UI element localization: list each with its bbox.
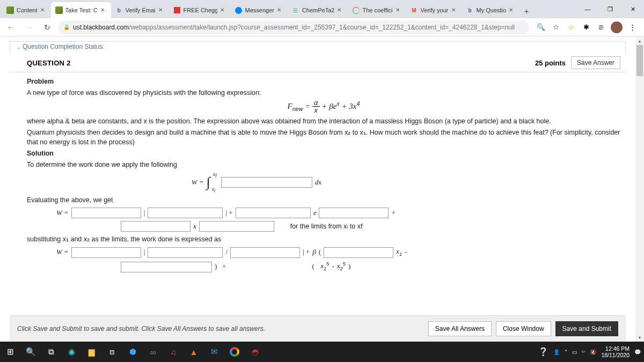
save-all-button[interactable]: Save All Answers [428, 321, 492, 336]
close-icon[interactable]: ✕ [100, 7, 107, 13]
tab-chempeta[interactable]: ☰ChemPeTa2✕ [288, 2, 348, 18]
subst-line-1: W = | / | + β( x1 - [27, 247, 620, 258]
term3-input[interactable] [236, 208, 311, 218]
minimize-button[interactable]: — [576, 0, 599, 18]
back-button[interactable]: ← [3, 20, 18, 35]
system-tray: ❔ 👤 ˄ ▭ ⌔ 🔇 12:46 PM 18/11/2020 💬 [538, 345, 644, 358]
page-content: ⌄Question Completion Status: QUESTION 2 … [0, 36, 635, 342]
tab-chegg[interactable]: FREE Chegg✕ [169, 2, 231, 18]
zoom-icon[interactable]: 🔍 [536, 22, 546, 33]
scrollbar[interactable]: ▴ ▾ [635, 36, 644, 342]
tab-coeffic[interactable]: The coeffici✕ [348, 2, 406, 18]
loop-icon[interactable]: ∞ [143, 342, 163, 362]
battery-icon[interactable]: ▭ [572, 349, 577, 355]
start-button[interactable]: ⊞ [0, 342, 20, 362]
subst-line-2: ) + ( x15 - x25 ) [27, 261, 620, 272]
lock-icon: 🔒 [63, 24, 70, 30]
browser-tab-bar: Content✕ Take Test: C✕ bVerify Emai✕ FRE… [0, 0, 644, 18]
close-icon[interactable]: ✕ [337, 7, 343, 13]
tab-content[interactable]: Content✕ [2, 2, 51, 18]
tab-take-test[interactable]: Take Test: C✕ [51, 2, 111, 18]
close-window-button2[interactable]: Close Window [496, 321, 551, 336]
address-bar-row: ← → ↻ 🔒 ust.blackboard.com/webapps/asses… [0, 18, 644, 36]
mail-icon[interactable]: ✉ [204, 342, 224, 362]
notifications-icon[interactable]: 💬 [634, 349, 641, 355]
tab-verify-your[interactable]: MVerify your✕ [406, 2, 462, 18]
close-icon[interactable]: ✕ [396, 7, 402, 13]
extension-icon[interactable]: ☺ [566, 22, 576, 33]
sub3-input[interactable] [230, 247, 300, 258]
star-icon[interactable]: ☆ [551, 22, 561, 33]
sub2-input[interactable] [148, 247, 223, 258]
store-icon[interactable]: ⬢ [122, 342, 143, 362]
completion-status[interactable]: ⌄Question Completion Status: [10, 41, 626, 54]
close-icon[interactable]: ✕ [158, 7, 165, 13]
integral-line: W = ∫xfxi dx [0, 172, 620, 193]
puzzle-icon[interactable]: ✱ [581, 22, 591, 33]
tab-verify-email[interactable]: bVerify Emai✕ [111, 2, 169, 18]
volume-icon[interactable]: 🔇 [590, 349, 596, 355]
close-icon[interactable]: ✕ [451, 7, 458, 13]
term5-input[interactable] [121, 221, 191, 232]
save-answer-button[interactable]: Save Answer [571, 56, 620, 69]
taskbar: ⊞ 🔍 ⧉ ◉ ▆ ⧈ ⬢ ∞ ♫ ▲ ✉ ◓ ❔ 👤 ˄ ▭ ⌔ 🔇 12:4… [0, 342, 644, 362]
profile-icon[interactable] [611, 21, 623, 33]
task-view-icon[interactable]: ⧉ [41, 342, 61, 362]
close-icon[interactable]: ✕ [277, 7, 283, 13]
limits-text: for the limits from xᵢ to xf [290, 221, 363, 231]
integrand-input[interactable] [221, 177, 312, 188]
forward-button[interactable]: → [21, 20, 36, 35]
app-icon[interactable]: ◓ [245, 342, 265, 362]
close-icon[interactable]: ✕ [220, 7, 226, 13]
force-equation: Fnew = αx + βex + 3x4 [27, 99, 620, 114]
eval-line-1: W = | | + e + [27, 208, 620, 218]
cortana-icon[interactable]: ◉ [61, 342, 82, 362]
eval-text: Evaluating the above, we get [27, 195, 620, 205]
problem-intro: A new type of force was discovered by ph… [27, 88, 620, 98]
problem-body: Problem A new type of force was discover… [10, 72, 626, 280]
vlc-icon[interactable]: ▲ [184, 342, 204, 362]
assessment-footer: Click Save and Submit to save and submit… [10, 315, 626, 342]
apply-text: To determine the work done we apply the … [27, 160, 620, 169]
reload-button[interactable]: ↻ [40, 20, 55, 35]
chrome-icon[interactable] [224, 342, 245, 362]
dropbox-icon[interactable]: ⧈ [102, 342, 122, 362]
cast-icon[interactable]: ⎚ [596, 22, 606, 33]
wifi-icon[interactable]: ⌔ [582, 349, 585, 355]
where-text: where alpha & beta are constants, and x … [27, 116, 620, 126]
eval-line-2: x for the limits from xᵢ to xf [27, 221, 620, 232]
tray-chevron-icon[interactable]: ˄ [565, 349, 567, 355]
help-icon[interactable]: ❔ [538, 347, 548, 357]
address-bar[interactable]: 🔒 ust.blackboard.com/webapps/assessment/… [58, 20, 529, 34]
question-header: QUESTION 2 25 points Save Answer [10, 54, 626, 72]
people-icon[interactable]: 👤 [553, 349, 560, 355]
term4-input[interactable] [319, 208, 389, 218]
chevron-down-icon: ⌄ [17, 45, 21, 50]
new-tab-button[interactable]: + [519, 4, 533, 18]
sub5-input[interactable] [121, 262, 212, 272]
restore-button[interactable]: ❐ [599, 0, 621, 18]
close-icon[interactable]: ✕ [509, 7, 515, 13]
save-submit-button[interactable]: Save and Submit [555, 321, 618, 336]
clock[interactable]: 12:46 PM 18/11/2020 [601, 345, 630, 358]
sub1-input[interactable] [71, 247, 141, 258]
scroll-up-icon[interactable]: ▴ [635, 36, 644, 45]
tab-my-question[interactable]: bMy Questio✕ [462, 2, 520, 18]
term1-input[interactable] [71, 208, 141, 218]
close-icon[interactable]: ✕ [40, 7, 47, 13]
term2-input[interactable] [148, 208, 223, 218]
term6-input[interactable] [199, 221, 274, 232]
scroll-down-icon[interactable]: ▾ [635, 333, 644, 342]
sub4-input[interactable] [324, 247, 393, 258]
question-points: 25 points [535, 59, 566, 67]
solution-heading: Solution [27, 149, 620, 158]
itunes-icon[interactable]: ♫ [163, 342, 184, 362]
menu-icon[interactable]: ⋮ [627, 22, 638, 33]
close-window-button[interactable]: ✕ [621, 0, 644, 18]
search-icon[interactable]: 🔍 [20, 342, 41, 362]
tab-messenger[interactable]: Messenger✕ [231, 2, 288, 18]
explorer-icon[interactable]: ▆ [82, 342, 102, 362]
work-question: Quantum physicists then decides to desig… [27, 128, 620, 147]
scroll-thumb[interactable] [636, 45, 643, 76]
footer-hint: Click Save and Submit to save and submit… [17, 325, 265, 333]
